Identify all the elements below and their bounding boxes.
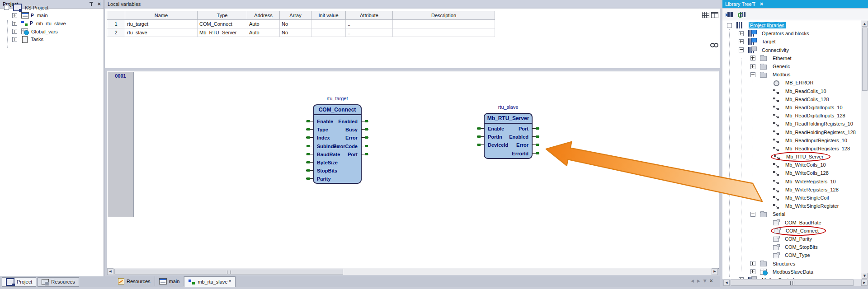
scroll-left-button[interactable]: ◀: [107, 268, 113, 275]
pin-connector-icon[interactable]: [361, 136, 368, 139]
pin-connector-icon[interactable]: [306, 136, 313, 139]
pin-connector-icon[interactable]: [532, 127, 539, 130]
collapse-minus-icon[interactable]: [727, 23, 732, 28]
pin-connector-icon[interactable]: [361, 120, 368, 123]
tree-item[interactable]: COM_StopBits: [722, 243, 861, 251]
library-horizontal-scrollbar[interactable]: ◀ ▶: [723, 279, 868, 286]
block-pin-enable[interactable]: Enable: [488, 126, 504, 132]
tree-item[interactable]: Mb_WriteSingleRegister: [722, 202, 861, 210]
block-pin-errorid[interactable]: ErrorId: [512, 150, 528, 157]
tree-item[interactable]: Project libraries: [722, 21, 861, 29]
binoculars-icon[interactable]: [710, 43, 718, 47]
block-pin-parity[interactable]: Parity: [317, 176, 331, 182]
variable-cell[interactable]: ..: [346, 20, 393, 28]
fbd-horizontal-scrollbar[interactable]: ◀ ▶: [107, 268, 718, 275]
tree-item[interactable]: Generic: [722, 62, 861, 70]
fbd-canvas[interactable]: [107, 71, 719, 269]
tree-item[interactable]: Mb_WriteCoils_128: [722, 169, 861, 177]
scroll-right-button[interactable]: ▶: [712, 268, 718, 275]
block-pin-portin[interactable]: PortIn: [488, 134, 502, 140]
tree-item[interactable]: Target: [722, 37, 861, 46]
column-header[interactable]: [107, 11, 125, 20]
block-pin-port[interactable]: Port: [348, 151, 358, 158]
refresh-library-icon[interactable]: [739, 11, 746, 18]
pin-connector-icon[interactable]: [306, 144, 313, 148]
variable-cell[interactable]: [393, 28, 495, 37]
variable-cell[interactable]: ..: [346, 28, 393, 37]
column-header[interactable]: Name: [125, 11, 198, 20]
scroll-up-button[interactable]: ▲: [862, 21, 868, 27]
pin-connector-icon[interactable]: [361, 144, 368, 148]
scroll-right-button[interactable]: ▶: [861, 280, 868, 286]
tree-item[interactable]: ModbusSlaveData: [722, 268, 861, 276]
expand-plus-icon[interactable]: [750, 269, 755, 274]
tree-item[interactable]: Motion Control: [722, 276, 861, 279]
tree-item[interactable]: COM_Type: [722, 251, 861, 259]
tree-item[interactable]: COM_BaudRate: [722, 219, 861, 227]
document-tab-mb_rtu_slave[interactable]: mb_rtu_slave *: [184, 276, 235, 287]
variable-cell[interactable]: No: [280, 20, 311, 28]
collapse-minus-icon[interactable]: [4, 5, 9, 10]
pin-connector-icon[interactable]: [306, 128, 313, 131]
pin-connector-icon[interactable]: [532, 135, 539, 138]
expand-plus-icon[interactable]: [739, 39, 744, 44]
tree-item[interactable]: Mb_WriteCoils_10: [722, 161, 861, 169]
variable-cell[interactable]: rtu_slave: [125, 28, 198, 37]
scrollbar-thumb[interactable]: [862, 28, 868, 91]
tree-item[interactable]: COM_Connect: [722, 227, 861, 235]
tree-item[interactable]: Mb_ReadCoils_128: [722, 95, 861, 103]
pin-connector-icon[interactable]: [306, 161, 313, 164]
expand-plus-icon[interactable]: [739, 277, 744, 279]
block-pin-type[interactable]: Type: [317, 126, 328, 133]
pin-connector-icon[interactable]: [306, 177, 313, 180]
document-tab-resources[interactable]: Resources: [114, 276, 155, 286]
tree-item[interactable]: Mb_ReadInputRegisters_128: [722, 144, 861, 153]
block-pin-enabled[interactable]: Enabled: [338, 118, 358, 125]
column-header[interactable]: Init value: [311, 11, 346, 20]
library-vertical-scrollbar[interactable]: ▲ ▼: [861, 20, 868, 279]
document-tab-main[interactable]: main: [155, 276, 184, 286]
column-header[interactable]: Array: [280, 11, 311, 20]
pin-connector-icon[interactable]: [477, 135, 484, 138]
pin-connector-icon[interactable]: [532, 143, 539, 146]
block-pin-errorcode[interactable]: ErrorCode: [333, 143, 358, 149]
tree-item[interactable]: Mb_WriteSingleCoil: [722, 194, 861, 202]
tree-item[interactable]: Global_vars: [0, 28, 104, 36]
pin-connector-icon[interactable]: [306, 153, 313, 156]
tree-item[interactable]: Ethernet: [722, 54, 861, 62]
tree-item[interactable]: Connectivity: [722, 46, 861, 54]
tree-item[interactable]: Mb_ReadInputRegisters_10: [722, 136, 861, 144]
tree-item[interactable]: Mb_ReadDigitalInputs_10: [722, 103, 861, 112]
tree-item[interactable]: MB_ERROR: [722, 79, 861, 87]
block-pin-baudrate[interactable]: BaudRate: [317, 151, 340, 158]
row-number-cell[interactable]: 1: [107, 20, 125, 28]
variable-cell[interactable]: Mb_RTU_Server: [198, 28, 247, 37]
expand-plus-icon[interactable]: [12, 29, 17, 34]
column-header[interactable]: Address: [247, 11, 280, 20]
tree-item[interactable]: Mb_ReadCoils_10: [722, 87, 861, 95]
scrollbar-thumb[interactable]: [114, 269, 343, 275]
function-block-mb_rtu_server[interactable]: Mb_RTU_ServerEnablePortInDeviceIdPortEna…: [484, 113, 533, 159]
variable-cell[interactable]: [311, 28, 346, 37]
tabs-scroll-left-icon[interactable]: ◀: [691, 279, 694, 284]
pin-connector-icon[interactable]: [306, 120, 313, 123]
tree-item[interactable]: Mb_ReadHoldingRegisters_128: [722, 128, 861, 136]
column-header[interactable]: Type: [198, 11, 247, 20]
tabs-scroll-right-icon[interactable]: ▶: [697, 279, 700, 284]
tree-item[interactable]: Modbus: [722, 70, 861, 79]
block-pin-enable[interactable]: Enable: [317, 118, 333, 125]
tree-item[interactable]: Pmain: [0, 12, 104, 20]
tree-item[interactable]: Pmb_rtu_slave: [0, 19, 104, 28]
tree-item[interactable]: Operators and blocks: [722, 29, 861, 37]
tree-item[interactable]: COM_Parity: [722, 235, 861, 243]
pin-connector-icon[interactable]: [361, 128, 368, 131]
column-header[interactable]: Description: [393, 11, 495, 20]
pin-connector-icon[interactable]: [477, 143, 484, 146]
variable-cell[interactable]: COM_Connect: [198, 20, 247, 28]
expand-plus-icon[interactable]: [750, 56, 755, 61]
tree-item[interactable]: Mb_ReadHoldingRegisters_10: [722, 120, 861, 128]
block-pin-bytesize[interactable]: ByteSize: [317, 159, 338, 166]
collapse-minus-icon[interactable]: [750, 212, 755, 217]
tree-item[interactable]: Mb_WriteRegisters_10: [722, 177, 861, 186]
expand-plus-icon[interactable]: [12, 37, 17, 42]
